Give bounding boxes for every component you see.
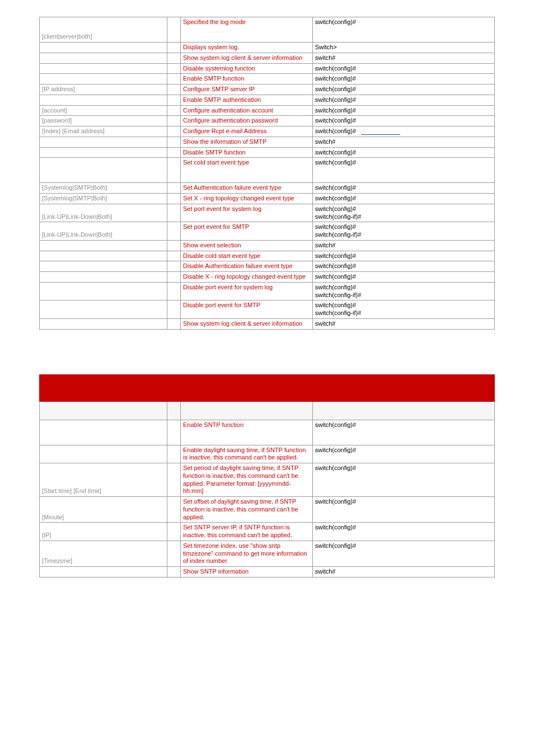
cmd-cell: [IP address] — [40, 84, 167, 95]
cmd-cell — [40, 95, 167, 105]
level-cell — [167, 194, 180, 204]
table-row: Disable port event for system logswitch(… — [40, 282, 495, 300]
default-cell: switch# — [312, 567, 494, 577]
header-lvl — [167, 401, 180, 420]
level-cell — [167, 300, 180, 319]
default-cell: switch(config)# — [312, 497, 494, 523]
table-row: [Link-UP|Link-Down|Both]Set port event f… — [40, 222, 495, 241]
level-cell — [167, 541, 180, 566]
level-cell — [167, 222, 180, 241]
cmd-cell — [40, 420, 167, 445]
level-cell — [167, 126, 180, 137]
cmd-cell — [40, 53, 167, 63]
default-cell: switch# — [312, 53, 494, 63]
level-cell — [167, 567, 180, 577]
table-row: Show the information of SMTPswitch# — [40, 137, 495, 147]
level-cell — [167, 497, 180, 523]
table-row: Disable cold start event typeswitch(conf… — [40, 251, 495, 261]
table-row: Disable X - ring topology changed event … — [40, 272, 495, 283]
table-row: Show system log client & server informat… — [40, 53, 495, 63]
default-cell: switch(config)# — [312, 523, 494, 541]
cmd-cell: [account] — [40, 105, 167, 116]
level-cell — [167, 137, 180, 147]
desc-cell: Enable SMTP function — [181, 74, 313, 84]
level-cell — [167, 272, 180, 283]
default-cell: switch(config)# — [312, 541, 494, 566]
desc-cell: Configure Rcpt e-mail Address — [181, 126, 313, 137]
desc-cell: Configure SMTP server IP — [181, 84, 313, 95]
default-cell: switch(config)# — [312, 74, 494, 84]
desc-cell: Disable Authentication failure event typ… — [181, 261, 313, 272]
table-row: Enable daylight saving time, if SNTP fun… — [40, 445, 495, 463]
level-cell — [167, 116, 180, 126]
desc-cell: Disable cold start event type — [181, 251, 313, 261]
default-cell: switch(config)# — [312, 158, 494, 183]
cmd-cell — [40, 445, 167, 463]
desc-cell: Specified the log mode — [181, 17, 313, 43]
table-row: Enable SMTP functionswitch(config)# — [40, 74, 495, 84]
level-cell — [167, 17, 180, 43]
desc-cell: Enable daylight saving time, if SNTP fun… — [181, 445, 313, 463]
level-cell — [167, 53, 180, 63]
table-row: [Minute]Set offset of daylight saving ti… — [40, 497, 495, 523]
table-row: Disable SMTP functionswitch(config)# — [40, 147, 495, 158]
level-cell — [167, 463, 180, 497]
default-cell: switch(config)# — [312, 147, 494, 158]
header-cmd — [40, 401, 167, 420]
table-row: Enable SMTP authenticationswitch(config)… — [40, 95, 495, 105]
cmd-cell: [Systemlog|SMTP|Both] — [40, 183, 167, 194]
cmd-cell — [40, 300, 167, 319]
cmd-cell — [40, 240, 167, 251]
default-cell: switch(config)# — [312, 105, 494, 116]
default-cell: switch(config)# — [312, 194, 494, 204]
cmd-cell — [40, 43, 167, 53]
table-row: Set cold start event typeswitch(config)# — [40, 158, 495, 183]
level-cell — [167, 261, 180, 272]
cmd-cell: [Link-UP|Link-Down|Both] — [40, 204, 167, 222]
level-cell — [167, 240, 180, 251]
level-cell — [167, 84, 180, 95]
cmd-cell: [Systemlog|SMTP|Both] — [40, 194, 167, 204]
desc-cell: Enable SMTP authentication — [181, 95, 313, 105]
desc-cell: Set Authentication failure event type — [181, 183, 313, 194]
default-cell: switch(config)# — [312, 63, 494, 74]
default-cell: switch(config)# — [312, 84, 494, 95]
desc-cell: Disable SMTP function — [181, 147, 313, 158]
table-row: [Link-UP|Link-Down|Both]Set port event f… — [40, 204, 495, 222]
desc-cell: Set port event for SMTP — [181, 222, 313, 241]
table-row: [Systemlog|SMTP|Both]Set X - ring topolo… — [40, 194, 495, 204]
level-cell — [167, 204, 180, 222]
level-cell — [167, 183, 180, 194]
table-row: [Index] [Email address]Configure Rcpt e-… — [40, 126, 495, 137]
table-row: [IP]Set SNTP server IP, if SNTP function… — [40, 523, 495, 541]
cmd-cell: [Index] [Email address] — [40, 126, 167, 137]
table-row: [Start time] [End time]Set period of day… — [40, 463, 495, 497]
table-row: [account]Configure authentication accoun… — [40, 105, 495, 116]
level-cell — [167, 251, 180, 261]
table-row: Enable SNTP functionswitch(config)# — [40, 420, 495, 445]
cmd-cell: [IP] — [40, 523, 167, 541]
table-row: Disable systemlog functonswitch(config)# — [40, 63, 495, 74]
desc-cell: Disable X - ring topology changed event … — [181, 272, 313, 283]
desc-cell: Show system log client & server informat… — [181, 318, 313, 329]
table-row: Show event selectionswitch# — [40, 240, 495, 251]
desc-cell: Set X - ring topology changed event type — [181, 194, 313, 204]
cmd-cell: [Link-UP|Link-Down|Both] — [40, 222, 167, 241]
cmd-cell: [Timezone] — [40, 541, 167, 566]
desc-cell: Show system log client & server informat… — [181, 53, 313, 63]
desc-cell: Disable systemlog functon — [181, 63, 313, 74]
cmd-cell — [40, 137, 167, 147]
desc-cell: Set offset of daylight saving time, if S… — [181, 497, 313, 523]
default-cell: switch(config)# — [312, 95, 494, 105]
command-table-1: [client|server|both]Specified the log mo… — [39, 17, 495, 330]
table-row: [Timezone]Set timezone index, use "show … — [40, 541, 495, 566]
default-cell: switch(config)#switch(config-if)# — [312, 222, 494, 241]
level-cell — [167, 63, 180, 74]
default-cell: switch(config)# — [312, 261, 494, 272]
default-cell: switch(config)# — [312, 17, 494, 43]
default-cell: switch(config)# — [312, 126, 494, 137]
default-cell: switch(config)#switch(config-if)# — [312, 282, 494, 300]
default-cell: switch(config)# — [312, 116, 494, 126]
level-cell — [167, 523, 180, 541]
table-row: Show system log client & server informat… — [40, 318, 495, 329]
